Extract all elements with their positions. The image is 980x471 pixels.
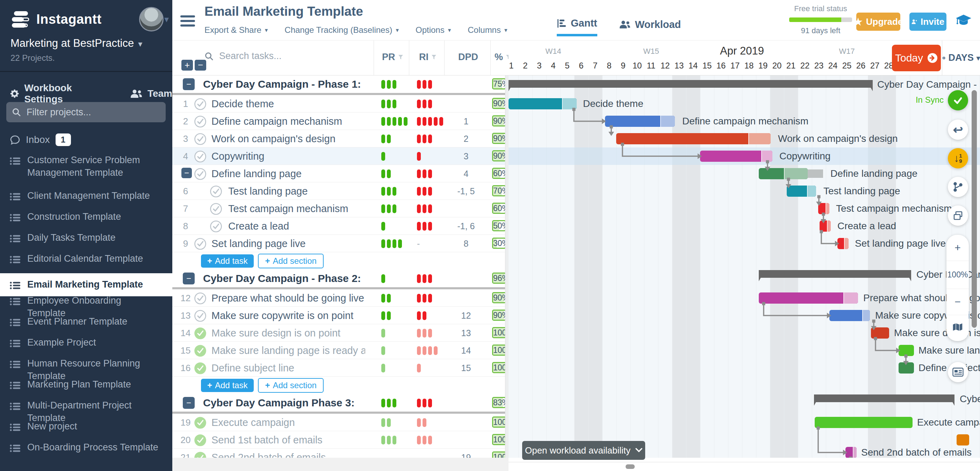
task-check-icon[interactable] <box>194 310 207 323</box>
gantt-bar[interactable] <box>818 203 829 214</box>
gantt-bar[interactable] <box>845 447 857 458</box>
summary-bar[interactable] <box>759 270 911 278</box>
expand-all-button[interactable]: + <box>181 60 193 71</box>
task-row[interactable]: 4Copywriting390% <box>172 148 509 165</box>
collapse-section-button[interactable]: − <box>183 272 195 285</box>
gantt-bar[interactable] <box>759 168 808 179</box>
gantt-bar[interactable] <box>899 345 914 356</box>
task-check-icon[interactable] <box>194 327 207 341</box>
hamburger-menu-icon[interactable] <box>180 15 195 29</box>
task-check-icon[interactable] <box>210 203 222 216</box>
gantt-bar[interactable] <box>819 221 831 232</box>
sidebar-item-inbox[interactable]: Inbox 1 <box>10 134 71 146</box>
task-row[interactable]: 12Prepare what should be going live fi..… <box>172 289 509 307</box>
gantt-bar[interactable] <box>616 133 771 144</box>
task-row[interactable]: 13Make sure copywrite is on point1290% <box>172 307 509 324</box>
sidebar-item-project[interactable]: Customer Service Problem Management Temp… <box>0 154 172 179</box>
sort-button[interactable]: ↓ 19 <box>948 148 968 169</box>
sidebar-item-project[interactable]: Marketing Plan Template <box>0 378 172 393</box>
task-check-icon[interactable] <box>194 115 207 129</box>
sidebar-item-project[interactable]: New project <box>0 420 172 434</box>
board-view-button[interactable] <box>948 362 968 382</box>
gantt-bar[interactable] <box>829 310 870 321</box>
section-row[interactable]: −Cyber Day Campaign Phase 3:83% <box>172 394 509 414</box>
filter-projects-input[interactable] <box>26 107 160 118</box>
zoom-in-button[interactable]: + <box>947 235 969 261</box>
task-row[interactable]: 7Test campaign mechanism60% <box>172 200 509 217</box>
gantt-bar[interactable] <box>509 98 577 109</box>
task-check-icon[interactable] <box>194 345 207 358</box>
add-task-button[interactable]: + Add task <box>201 379 254 392</box>
summary-bar[interactable] <box>814 395 955 402</box>
gantt-bar[interactable] <box>956 434 969 446</box>
gantt-bar[interactable] <box>899 362 914 374</box>
tab-workload[interactable]: Workload <box>619 18 681 37</box>
column-header-pr[interactable]: PR <box>382 52 403 62</box>
sidebar-item-project[interactable]: Editorial Calendar Template <box>0 252 172 267</box>
task-check-icon[interactable] <box>194 417 207 430</box>
horizontal-scrollbar[interactable] <box>509 462 980 471</box>
upgrade-button[interactable]: ★ Upgrade <box>856 13 900 31</box>
open-workload-button[interactable]: Open workload availability <box>522 441 645 460</box>
column-header-ri[interactable]: RI <box>419 52 436 62</box>
task-check-icon[interactable] <box>210 185 222 199</box>
collapse-task-button[interactable]: − <box>181 168 192 178</box>
task-check-icon[interactable] <box>194 98 207 112</box>
gantt-bar[interactable] <box>815 417 913 428</box>
sidebar-item-project[interactable]: Event Planner Template <box>0 315 172 330</box>
sidebar-item-project[interactable]: Example Project <box>0 336 172 351</box>
section-row[interactable]: −Cyber Day Campaign - Phase 2:96% <box>172 270 509 289</box>
task-check-icon[interactable] <box>194 238 207 251</box>
sidebar-item-project[interactable]: Email Marketing Template <box>0 273 172 296</box>
gantt-bar[interactable] <box>759 293 858 304</box>
vertical-scrollbar[interactable] <box>972 90 977 328</box>
add-task-button[interactable]: + Add task <box>201 255 254 267</box>
task-check-icon[interactable] <box>194 362 207 376</box>
task-check-icon[interactable] <box>194 150 207 164</box>
gantt-bar[interactable] <box>871 328 889 339</box>
task-row[interactable]: 20Send 1st batch of emails100% <box>172 431 509 449</box>
task-check-icon[interactable] <box>194 292 207 306</box>
gantt-bar[interactable] <box>787 186 816 197</box>
menu-columns[interactable]: Columns▾ <box>468 25 507 35</box>
section-row[interactable]: −Cyber Day Campaign - Phase 1:75% <box>172 75 509 95</box>
team-button[interactable]: Team <box>130 83 172 105</box>
column-header-dpd[interactable]: DPD <box>458 52 478 62</box>
task-row[interactable]: 6Test landing page-1, 570% <box>172 182 509 200</box>
task-check-icon[interactable] <box>194 452 207 458</box>
collapse-section-button[interactable]: − <box>183 78 195 90</box>
dependencies-button[interactable] <box>948 177 968 197</box>
horizontal-scrollbar-handle[interactable] <box>625 465 635 469</box>
zoom-out-button[interactable]: − <box>947 289 969 315</box>
task-row[interactable]: 16Define subject line15100% <box>172 359 509 377</box>
task-row[interactable]: 9Set landing page live-830% <box>172 235 509 252</box>
gantt-bar[interactable] <box>837 238 849 249</box>
map-overview-button[interactable] <box>947 315 969 341</box>
task-row[interactable]: 14Make sure design is on point13100% <box>172 324 509 342</box>
collapse-section-button[interactable]: − <box>183 397 195 409</box>
menu-change-tracking-baselines-[interactable]: Change Tracking (Baselines)▾ <box>285 25 399 35</box>
task-row[interactable]: 19Execute campaign100% <box>172 414 509 431</box>
sidebar-item-project[interactable]: On-Boarding Process Template <box>0 441 172 456</box>
today-button[interactable]: Today <box>892 45 941 71</box>
menu-export-share[interactable]: Export & Share▾ <box>204 25 268 35</box>
sync-ok-button[interactable] <box>948 90 968 110</box>
add-section-button[interactable]: + Add section <box>258 378 323 393</box>
task-row[interactable]: 3Work on campaign's design290% <box>172 130 509 148</box>
search-tasks-input[interactable] <box>218 50 353 62</box>
workspace-switcher[interactable]: Marketing at BestPractice▾ 22 Projects. <box>11 37 142 63</box>
sidebar-item-project[interactable]: Client Management Template <box>0 189 172 204</box>
gantt-bar[interactable] <box>700 151 772 162</box>
avatar[interactable] <box>139 7 164 32</box>
task-row[interactable]: 15Make sure landing page is ready an...1… <box>172 342 509 359</box>
sidebar-item-project[interactable]: Daily Tasks Template <box>0 231 172 246</box>
scale-selector[interactable]: DAYS ▾ <box>942 40 980 75</box>
copy-button[interactable] <box>948 205 968 226</box>
sidebar-item-project[interactable]: Construction Template <box>0 210 172 225</box>
add-section-button[interactable]: + Add section <box>258 254 323 268</box>
task-row[interactable]: 21Send 2nd batch of emails19100% <box>172 449 509 458</box>
tab-gantt[interactable]: Gantt <box>557 18 597 37</box>
task-check-icon[interactable] <box>194 434 207 448</box>
gantt-bar[interactable] <box>605 116 675 127</box>
undo-button[interactable]: ↩ <box>948 119 968 140</box>
